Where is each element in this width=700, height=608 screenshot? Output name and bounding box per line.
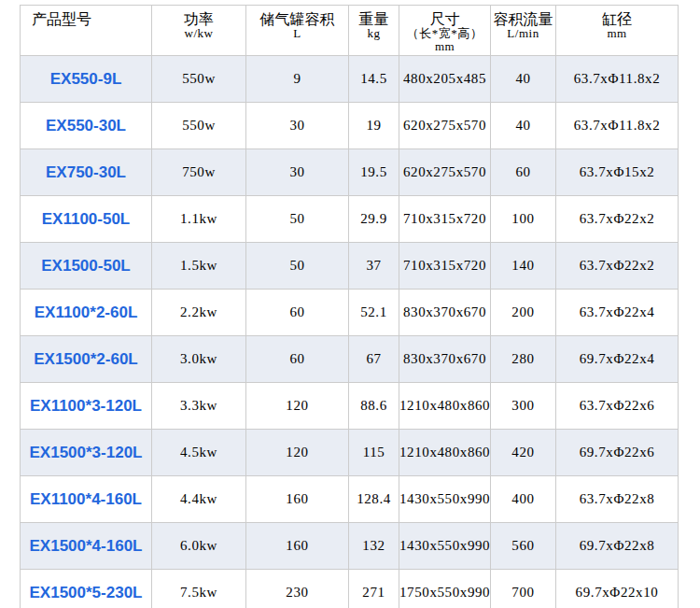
column-header-tank: 储气罐容积L <box>246 6 349 56</box>
size-cell: 1750x550x990 <box>399 570 491 608</box>
size-cell: 480x205x485 <box>399 56 491 103</box>
column-title: 功率 <box>152 11 245 27</box>
bore-cell: 63.7xΦ22x2 <box>556 196 679 243</box>
power-cell: 6.0kw <box>152 523 246 570</box>
table-row: EX550-9L550w914.5480x205x4854063.7xΦ11.8… <box>21 56 679 103</box>
tank-cell: 30 <box>246 149 349 196</box>
bore-cell: 63.7xΦ22x4 <box>556 290 679 336</box>
bore-cell: 69.7xΦ22x4 <box>556 336 679 383</box>
product-spec-table-container: 产品型号功率w/kw储气罐容积L重量kg尺寸（长*宽*高）mm容积流量L/min… <box>20 5 679 608</box>
table-row: EX1500*3-120L4.5kw1201151210x480x8604206… <box>21 430 679 476</box>
model-link[interactable]: EX1100-50L <box>21 196 152 243</box>
weight-cell: 19.5 <box>349 149 399 196</box>
weight-cell: 37 <box>349 243 399 290</box>
tank-cell: 160 <box>246 523 349 570</box>
weight-cell: 19 <box>349 103 399 149</box>
power-cell: 4.4kw <box>152 476 246 523</box>
table-row: EX750-30L750w3019.5620x275x5706063.7xΦ15… <box>21 149 679 196</box>
column-title: 容积流量 <box>491 11 555 27</box>
table-row: EX1500*4-160L6.0kw1601321430x550x9905606… <box>21 523 679 570</box>
flow-cell: 400 <box>491 476 556 523</box>
weight-cell: 132 <box>349 523 399 570</box>
tank-cell: 230 <box>246 570 349 608</box>
weight-cell: 29.9 <box>349 196 399 243</box>
tank-cell: 60 <box>246 336 349 383</box>
column-title: 缸径 <box>556 11 678 27</box>
model-link[interactable]: EX1500*4-160L <box>21 523 152 570</box>
model-link[interactable]: EX1500*5-230L <box>21 570 152 608</box>
model-link[interactable]: EX1500-50L <box>21 243 152 290</box>
table-header-row: 产品型号功率w/kw储气罐容积L重量kg尺寸（长*宽*高）mm容积流量L/min… <box>21 6 679 56</box>
product-spec-table: 产品型号功率w/kw储气罐容积L重量kg尺寸（长*宽*高）mm容积流量L/min… <box>20 5 679 608</box>
column-title: 产品型号 <box>32 11 151 27</box>
bore-cell: 63.7xΦ22x8 <box>556 476 679 523</box>
flow-cell: 200 <box>491 290 556 336</box>
column-header-weight: 重量kg <box>349 6 399 56</box>
size-cell: 1210x480x860 <box>399 430 491 476</box>
model-link[interactable]: EX550-9L <box>21 56 152 103</box>
column-header-flow: 容积流量L/min <box>491 6 556 56</box>
power-cell: 3.3kw <box>152 383 246 430</box>
model-link[interactable]: EX1500*3-120L <box>21 430 152 476</box>
model-link[interactable]: EX1500*2-60L <box>21 336 152 383</box>
tank-cell: 160 <box>246 476 349 523</box>
bore-cell: 69.7xΦ22x8 <box>556 523 679 570</box>
tank-cell: 30 <box>246 103 349 149</box>
flow-cell: 40 <box>491 103 556 149</box>
flow-cell: 420 <box>491 430 556 476</box>
table-body: EX550-9L550w914.5480x205x4854063.7xΦ11.8… <box>21 56 679 608</box>
tank-cell: 60 <box>246 290 349 336</box>
power-cell: 1.5kw <box>152 243 246 290</box>
table-row: EX550-30L550w3019620x275x5704063.7xΦ11.8… <box>21 103 679 149</box>
size-cell: 620x275x570 <box>399 103 491 149</box>
flow-cell: 100 <box>491 196 556 243</box>
size-cell: 1430x550x990 <box>399 476 491 523</box>
table-row: EX1500*5-230L7.5kw2302711750x550x9907006… <box>21 570 679 608</box>
power-cell: 550w <box>152 56 246 103</box>
flow-cell: 300 <box>491 383 556 430</box>
column-header-model: 产品型号 <box>21 6 152 56</box>
power-cell: 1.1kw <box>152 196 246 243</box>
model-link[interactable]: EX750-30L <box>21 149 152 196</box>
column-unit: kg <box>349 27 399 40</box>
column-unit: w/kw <box>152 27 245 40</box>
size-cell: 620x275x570 <box>399 149 491 196</box>
column-unit: L/min <box>491 27 555 40</box>
size-cell: 710x315x720 <box>399 196 491 243</box>
table-row: EX1500*2-60L3.0kw6067830x370x67028069.7x… <box>21 336 679 383</box>
size-cell: 1210x480x860 <box>399 383 491 430</box>
weight-cell: 14.5 <box>349 56 399 103</box>
column-unit: L <box>246 27 348 40</box>
table-row: EX1100-50L1.1kw5029.9710x315x72010063.7x… <box>21 196 679 243</box>
model-link[interactable]: EX1100*4-160L <box>21 476 152 523</box>
flow-cell: 60 <box>491 149 556 196</box>
flow-cell: 280 <box>491 336 556 383</box>
model-link[interactable]: EX550-30L <box>21 103 152 149</box>
column-unit: mm <box>399 40 490 53</box>
weight-cell: 115 <box>349 430 399 476</box>
table-row: EX1100*4-160L4.4kw160128.41430x550x99040… <box>21 476 679 523</box>
flow-cell: 140 <box>491 243 556 290</box>
table-row: EX1100*3-120L3.3kw12088.61210x480x860300… <box>21 383 679 430</box>
power-cell: 2.2kw <box>152 290 246 336</box>
flow-cell: 700 <box>491 570 556 608</box>
table-row: EX1100*2-60L2.2kw6052.1830x370x67020063.… <box>21 290 679 336</box>
power-cell: 550w <box>152 103 246 149</box>
bore-cell: 69.7xΦ22x6 <box>556 430 679 476</box>
bore-cell: 63.7xΦ11.8x2 <box>556 56 679 103</box>
bore-cell: 63.7xΦ11.8x2 <box>556 103 679 149</box>
weight-cell: 52.1 <box>349 290 399 336</box>
model-link[interactable]: EX1100*3-120L <box>21 383 152 430</box>
table-row: EX1500-50L1.5kw5037710x315x72014063.7xΦ2… <box>21 243 679 290</box>
bore-cell: 63.7xΦ22x6 <box>556 383 679 430</box>
weight-cell: 128.4 <box>349 476 399 523</box>
column-unit: （长*宽*高） <box>399 27 490 40</box>
column-title: 尺寸 <box>399 11 490 27</box>
size-cell: 710x315x720 <box>399 243 491 290</box>
weight-cell: 271 <box>349 570 399 608</box>
tank-cell: 120 <box>246 430 349 476</box>
flow-cell: 560 <box>491 523 556 570</box>
model-link[interactable]: EX1100*2-60L <box>21 290 152 336</box>
column-header-power: 功率w/kw <box>152 6 246 56</box>
size-cell: 830x370x670 <box>399 290 491 336</box>
